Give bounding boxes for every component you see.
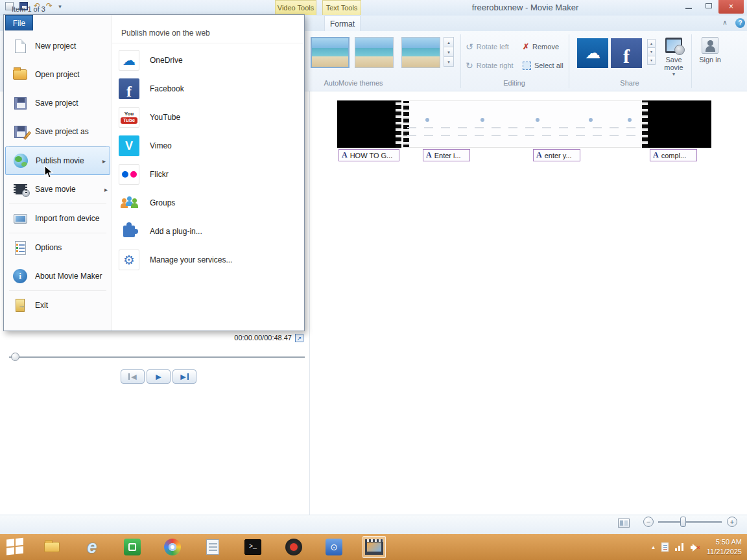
submenu-item-youtube[interactable]: You Tube YouTube <box>112 103 304 132</box>
network-icon[interactable] <box>675 543 684 551</box>
tray-expand-icon[interactable]: ▴ <box>652 544 655 550</box>
automovie-theme-thumbnail-3[interactable] <box>401 37 440 68</box>
taskbar-clock[interactable]: 5:50 AM 11/21/2025 <box>707 537 742 557</box>
publish-submenu: Publish movie on the web ☁ OneDrive f Fa… <box>112 15 304 331</box>
menu-item-import-from-device[interactable]: Import from device <box>4 204 112 233</box>
options-icon <box>12 239 29 256</box>
file-button[interactable]: File <box>5 15 33 30</box>
theme-scroll-up-icon[interactable]: ▴ <box>444 37 454 47</box>
storyboard-clip-2[interactable] <box>642 100 711 148</box>
onedrive-cloud-icon: ☁ <box>585 44 600 62</box>
automovie-theme-thumbnail-1[interactable] <box>311 37 350 68</box>
share-gallery-more-icon[interactable]: ▾ <box>647 56 656 65</box>
group-separator <box>691 34 692 88</box>
group-separator <box>460 34 461 88</box>
close-button[interactable]: × <box>718 0 744 14</box>
theme-gallery-more-icon[interactable]: ▾ <box>444 56 454 67</box>
view-toggle-icon[interactable] <box>618 519 630 528</box>
share-facebook-button[interactable]: f <box>611 38 642 68</box>
share-onedrive-button[interactable]: ☁ <box>577 38 608 68</box>
play-button[interactable]: ▶ <box>147 369 171 384</box>
zoom-slider-handle[interactable] <box>680 517 686 527</box>
next-frame-icon: ▶ <box>180 373 185 381</box>
movie-maker-window: ↶ ↷ ▾ Video Tools Text Tools freerobuxne… <box>0 0 747 560</box>
taskbar-file-explorer[interactable] <box>40 536 64 558</box>
title-caption-3[interactable]: A enter y... <box>533 149 580 161</box>
title-caption-1[interactable]: A HOW TO G... <box>338 149 399 161</box>
taskbar-green-app[interactable] <box>121 536 144 558</box>
automovie-theme-thumbnail-2[interactable] <box>355 37 394 68</box>
zoom-out-button[interactable]: − <box>643 517 654 527</box>
menu-item-save-project-as[interactable]: Save project as <box>4 117 112 146</box>
save-movie-button[interactable]: Save movie ▾ <box>658 36 690 77</box>
sign-in-button[interactable]: Sign in <box>694 36 726 77</box>
select-all-button[interactable]: Select all <box>523 59 563 72</box>
vimeo-icon: V <box>119 135 139 156</box>
previous-frame-button[interactable]: ◀ <box>121 369 145 384</box>
tab-format[interactable]: Format <box>324 16 361 31</box>
share-scroll-up-icon[interactable]: ▴ <box>647 39 656 48</box>
rotate-right-button[interactable]: ↻ Rotate right <box>466 59 514 72</box>
flickr-icon <box>119 164 139 185</box>
submenu-item-manage-services[interactable]: ⚙ Manage your services... <box>112 246 304 274</box>
redo-icon[interactable]: ↷ <box>46 2 53 10</box>
taskbar-internet-explorer[interactable]: e <box>80 536 104 558</box>
save-movie-icon <box>665 38 682 53</box>
menu-item-exit[interactable]: Exit <box>4 291 112 320</box>
new-project-icon <box>12 38 29 54</box>
menu-item-save-project[interactable]: Save project <box>4 89 112 117</box>
theme-scroll-down-icon[interactable]: ▾ <box>444 47 454 57</box>
menu-item-save-movie[interactable]: Save movie ▸ <box>4 175 112 204</box>
submenu-item-add-plugin[interactable]: Add a plug-in... <box>112 217 304 246</box>
seek-handle[interactable] <box>11 353 19 361</box>
submenu-item-vimeo[interactable]: V Vimeo <box>112 132 304 160</box>
menu-item-options[interactable]: Options <box>4 233 112 262</box>
menu-item-about[interactable]: i About Movie Maker <box>4 262 112 290</box>
submenu-item-flickr[interactable]: Flickr <box>112 160 304 189</box>
filmstrip-thumbnail-lines <box>407 135 637 136</box>
submenu-item-facebook[interactable]: f Facebook <box>112 75 304 103</box>
taskbar-blue-app[interactable]: ⊙ <box>322 536 346 558</box>
zoom-slider-track[interactable] <box>658 521 722 523</box>
qat-dropdown-icon[interactable]: ▾ <box>58 3 62 10</box>
start-button[interactable] <box>6 537 26 556</box>
clock-date: 11/21/2025 <box>707 548 742 555</box>
fullscreen-preview-icon[interactable]: ↗ <box>295 334 303 342</box>
terminal-icon: >_ <box>244 539 261 555</box>
theme-gallery-scroll: ▴ ▾ ▾ <box>444 37 454 66</box>
taskbar-recorder[interactable] <box>282 536 305 558</box>
help-icon[interactable]: ? <box>735 18 745 28</box>
green-app-icon <box>124 539 141 555</box>
menu-item-open-project[interactable]: Open project <box>4 60 112 89</box>
save-project-as-icon <box>12 123 29 140</box>
taskbar-browser[interactable] <box>161 536 184 558</box>
window-title: freerobuxnew - Movie Maker <box>402 3 648 12</box>
volume-muted-icon[interactable]: × <box>691 543 700 552</box>
menu-item-new-project[interactable]: New project <box>4 32 112 60</box>
storyboard-clip-1[interactable] <box>337 100 401 148</box>
taskbar-notes-app[interactable] <box>201 536 224 558</box>
minimize-button[interactable] <box>680 0 698 13</box>
title-caption-4[interactable]: A compl... <box>650 149 697 161</box>
share-scroll-down-icon[interactable]: ▾ <box>647 47 656 56</box>
storyboard-filmstrip[interactable] <box>403 100 641 148</box>
rotate-left-button[interactable]: ↺ Rotate left <box>466 40 509 53</box>
video-tools-contextual-tab[interactable]: Video Tools <box>275 0 316 15</box>
remove-button[interactable]: ✗ Remove <box>523 40 559 53</box>
seek-bar[interactable] <box>9 356 305 358</box>
maximize-button[interactable] <box>700 0 717 13</box>
submenu-item-groups[interactable]: Groups <box>112 189 304 217</box>
system-tray: ▴ × 5:50 AM 11/21/2025 <box>652 534 742 560</box>
title-caption-2[interactable]: A Enter i... <box>423 149 470 161</box>
ie-icon: e <box>87 539 97 556</box>
text-tools-contextual-tab[interactable]: Text Tools <box>322 0 361 15</box>
menu-item-publish-movie[interactable]: Publish movie ▸ <box>5 146 110 175</box>
taskbar-movie-maker[interactable] <box>362 536 386 558</box>
tray-page-icon[interactable] <box>661 542 669 552</box>
zoom-in-button[interactable]: + <box>727 517 737 527</box>
sign-in-icon <box>702 37 718 54</box>
ribbon-collapse-icon[interactable]: ∧ <box>720 18 730 28</box>
submenu-item-onedrive[interactable]: ☁ OneDrive <box>112 46 304 75</box>
next-frame-button[interactable]: ▶ <box>172 369 196 384</box>
taskbar-terminal[interactable]: >_ <box>241 536 265 558</box>
